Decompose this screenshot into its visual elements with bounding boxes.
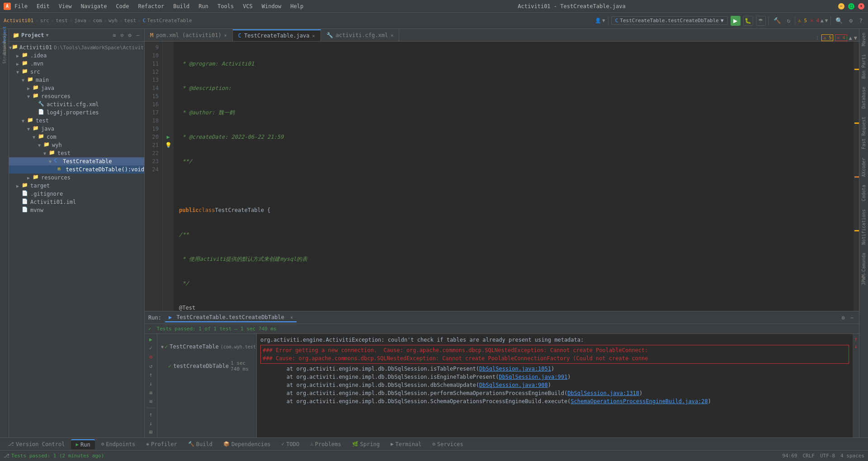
link-2[interactable]: DbSqlSession.java:991	[499, 374, 567, 380]
tree-item-activiti-cfg[interactable]: ▶ 🔧 activiti.cfg.xml	[9, 100, 144, 108]
run-minimize-button[interactable]: −	[849, 314, 855, 321]
nav-prev[interactable]: ▲	[849, 35, 852, 41]
line-ending-status[interactable]: CRLF	[802, 453, 815, 459]
bottom-tab-version-control[interactable]: ⎇ Version Control	[4, 440, 69, 449]
sidebar-axcoder[interactable]: AXcoder	[860, 154, 867, 180]
dropdown-arrow[interactable]: ▼	[46, 33, 49, 38]
bottom-tab-profiler[interactable]: ◈ Profiler	[142, 440, 181, 449]
menu-run[interactable]: Run	[197, 2, 210, 10]
run-down-button[interactable]: ↓	[146, 420, 156, 427]
tree-item-src[interactable]: ▼ 📁 src	[9, 68, 144, 76]
tab-testcreatetable[interactable]: C TestCreateTable.java ×	[233, 29, 321, 41]
locate-button[interactable]: ⊙	[119, 32, 125, 39]
run-prev-fail[interactable]: ↑	[146, 372, 156, 379]
tree-item-method[interactable]: ▶ m testCreateDbTable():void	[9, 165, 144, 174]
tree-item-main[interactable]: ▼ 📁 main	[9, 76, 144, 84]
settings-button[interactable]: ⚙	[127, 32, 133, 39]
menu-build[interactable]: Build	[171, 2, 191, 10]
search-button[interactable]: 🔍	[834, 16, 844, 25]
nav-next[interactable]: ▼	[854, 35, 857, 41]
menu-tools[interactable]: Tools	[216, 2, 236, 10]
run-filter-button[interactable]: ≡	[146, 398, 156, 405]
tree-item-test[interactable]: ▼ 📁 test	[9, 117, 144, 125]
run-sort-button[interactable]: ≡	[146, 389, 156, 396]
menu-code[interactable]: Code	[114, 2, 131, 10]
collapse-all-button[interactable]: ≡	[111, 32, 117, 39]
menu-edit[interactable]: Edit	[35, 2, 52, 10]
run-up-button[interactable]: ↑	[146, 411, 156, 418]
sidebar-structure[interactable]: Structure	[0, 49, 9, 57]
link-3[interactable]: DbSqlSession.java:908	[479, 382, 548, 388]
menu-view[interactable]: View	[57, 2, 74, 10]
tree-item-testcreatetable[interactable]: ▼ C TestCreateTable	[9, 157, 144, 165]
encoding-status[interactable]: UTF-8	[820, 453, 835, 459]
tree-item-mvn[interactable]: ▶ 📁 .mvn	[9, 60, 144, 68]
sidebar-database[interactable]: Database	[860, 83, 867, 112]
help-button[interactable]: ?	[857, 16, 864, 25]
menu-refactor[interactable]: Refactor	[136, 2, 166, 10]
menu-window[interactable]: Window	[260, 2, 283, 10]
tab-activiti-cfg[interactable]: 🔧 activiti.cfg.xml ×	[321, 29, 400, 41]
test-item-class[interactable]: ▼ ✓ TestCreateTable (com.wyh.test 1 sec …	[157, 334, 256, 359]
menu-bar[interactable]: File Edit View Navigate Code Refactor Bu…	[13, 2, 305, 10]
menu-help[interactable]: Help	[288, 2, 305, 10]
bottom-tab-spring[interactable]: 🌿 Spring	[348, 440, 384, 449]
debug-button[interactable]: 🐛	[743, 16, 753, 26]
indent-status[interactable]: 4 spaces	[840, 453, 864, 459]
tree-item-com[interactable]: ▼ 📁 com	[9, 133, 144, 141]
sidebar-notifications[interactable]: Notifications	[860, 206, 867, 248]
sync-button[interactable]: ↻	[785, 16, 793, 25]
bottom-tab-dependencies[interactable]: 📦 Dependencies	[219, 440, 275, 449]
test-item-method[interactable]: ✓ testCreateDbTable 1 sec 740 ms	[165, 359, 256, 373]
link-1[interactable]: DbSqlSession.java:1051	[479, 366, 551, 372]
bottom-tab-services[interactable]: ⚙ Services	[428, 440, 467, 449]
close-button[interactable]: ×	[858, 3, 864, 9]
bottom-tab-problems[interactable]: ⚠ Problems	[306, 440, 345, 449]
run-tab-close[interactable]: ×	[290, 315, 293, 320]
menu-file[interactable]: File	[13, 2, 29, 10]
bottom-tab-endpoints[interactable]: ⚙ Endpoints	[97, 440, 140, 449]
bottom-tab-run[interactable]: ▶ Run	[71, 439, 94, 449]
console-err-nav-down[interactable]: ↓	[854, 343, 857, 349]
minimize-panel-button[interactable]: −	[135, 32, 141, 39]
nav-up[interactable]: ▲	[821, 18, 824, 24]
tab-options-button[interactable]: ⋮	[815, 35, 820, 40]
tree-item-iml[interactable]: ▶ 📄 Activiti01.iml	[9, 198, 144, 206]
settings-button[interactable]: ⚙	[847, 16, 854, 25]
bottom-tab-todo[interactable]: ✓ TODO	[277, 440, 304, 449]
sidebar-jpwm[interactable]: JPWM-Camunda	[860, 249, 867, 289]
minimize-button[interactable]: −	[838, 3, 844, 9]
run-rerun-button[interactable]: ↺	[146, 362, 156, 370]
build-button[interactable]: 🔨	[772, 16, 783, 25]
tree-item-mvnw[interactable]: ▶ 📄 mvnw	[9, 206, 144, 214]
code-editor[interactable]: 9 10 11 12 13 14 15 16 17 18 19 20 21 22…	[145, 42, 859, 311]
sidebar-bon-parti[interactable]: Bon Parti	[860, 51, 867, 82]
coverage-button[interactable]: ☂	[756, 16, 766, 26]
run-tab-active[interactable]: ▶ TestCreateTable.testCreateDbTable ×	[165, 313, 297, 322]
pom-tab-close[interactable]: ×	[224, 33, 227, 38]
tree-item-gitignore[interactable]: ▶ 📄 .gitignore	[9, 190, 144, 198]
tree-item-wyh[interactable]: ▼ 📁 wyh	[9, 141, 144, 149]
menu-navigate[interactable]: Navigate	[79, 2, 109, 10]
tree-item-test-pkg[interactable]: ▼ 📁 test	[9, 149, 144, 157]
tab-pom[interactable]: M pom.xml (activiti01) ×	[145, 29, 233, 41]
console-output[interactable]: org.activiti.engine.ActivitiException: c…	[257, 334, 853, 437]
run-button[interactable]: ▶	[731, 16, 741, 26]
bottom-tab-build[interactable]: 🔨 Build	[184, 440, 217, 449]
run-next-fail[interactable]: ↓	[146, 380, 156, 387]
tree-item-idea[interactable]: ▶ 📁 .idea	[9, 52, 144, 60]
link-5[interactable]: SchemaOperationsProcessEngineBuild.java:…	[571, 398, 708, 405]
run-settings-button[interactable]: ⚙	[840, 314, 847, 321]
cfg-tab-close[interactable]: ×	[391, 33, 393, 38]
tree-item-target[interactable]: ▶ 📁 target	[9, 182, 144, 190]
bottom-tab-terminal[interactable]: ▶ Terminal	[386, 440, 426, 449]
code-content[interactable]: * @program: Activiti01 * @description: *…	[174, 42, 854, 311]
tree-item-java-test[interactable]: ▼ 📁 java	[9, 125, 144, 133]
tree-item-java-main[interactable]: ▶ 📁 java	[9, 84, 144, 92]
git-dropdown[interactable]: ▼	[602, 18, 605, 24]
tree-item-resources-test[interactable]: ▶ 📁 resources	[9, 174, 144, 182]
tree-item-root[interactable]: ▼ 📁 Activiti01 D:\Tools\JavaWorkSpace\Ac…	[9, 43, 144, 52]
nav-down[interactable]: ▼	[825, 18, 828, 24]
tree-item-log4j[interactable]: ▶ 📄 log4j.properties	[9, 108, 144, 117]
sidebar-codota[interactable]: Codota	[860, 181, 867, 205]
